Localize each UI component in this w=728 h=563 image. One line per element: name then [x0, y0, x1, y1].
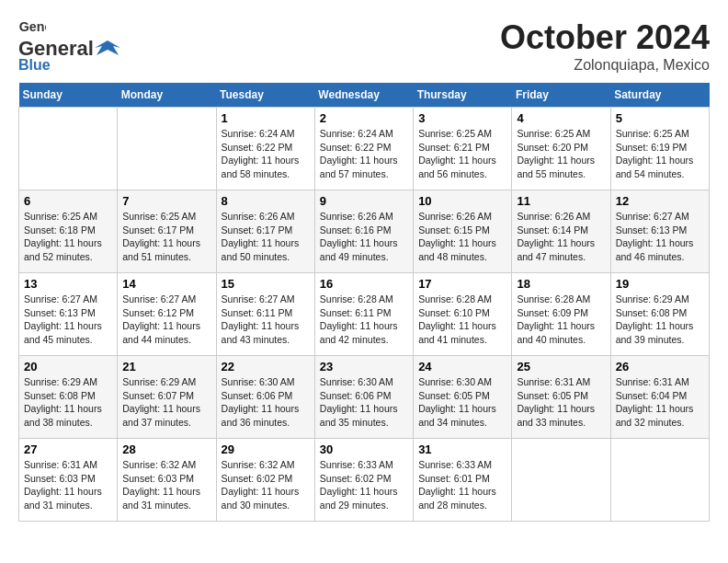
svg-marker-1	[95, 40, 120, 55]
day-number: 6	[24, 194, 112, 208]
calendar-cell: 1Sunrise: 6:24 AM Sunset: 6:22 PM Daylig…	[216, 108, 314, 190]
day-info: Sunrise: 6:30 AM Sunset: 6:06 PM Dayligh…	[320, 375, 408, 430]
day-number: 2	[320, 111, 408, 125]
calendar-cell: 18Sunrise: 6:28 AM Sunset: 6:09 PM Dayli…	[512, 273, 610, 356]
day-number: 28	[122, 442, 210, 456]
col-friday: Friday	[512, 83, 610, 108]
calendar-week-4: 20Sunrise: 6:29 AM Sunset: 6:08 PM Dayli…	[19, 356, 710, 439]
day-info: Sunrise: 6:29 AM Sunset: 6:08 PM Dayligh…	[24, 375, 112, 430]
calendar-cell: 4Sunrise: 6:25 AM Sunset: 6:20 PM Daylig…	[512, 108, 610, 190]
day-info: Sunrise: 6:29 AM Sunset: 6:08 PM Dayligh…	[616, 293, 704, 347]
day-number: 20	[24, 360, 112, 373]
col-monday: Monday	[118, 83, 216, 108]
calendar-cell	[512, 439, 610, 522]
col-wednesday: Wednesday	[314, 83, 413, 108]
calendar-cell: 8Sunrise: 6:26 AM Sunset: 6:17 PM Daylig…	[216, 190, 314, 273]
day-number: 13	[24, 277, 112, 291]
day-number: 1	[222, 111, 310, 125]
col-sunday: Sunday	[19, 83, 118, 108]
day-info: Sunrise: 6:31 AM Sunset: 6:04 PM Dayligh…	[616, 375, 704, 430]
day-number: 17	[418, 277, 506, 291]
day-number: 19	[616, 277, 704, 291]
calendar-cell: 20Sunrise: 6:29 AM Sunset: 6:08 PM Dayli…	[19, 356, 118, 439]
calendar-cell: 14Sunrise: 6:27 AM Sunset: 6:12 PM Dayli…	[118, 273, 216, 356]
col-thursday: Thursday	[414, 83, 512, 108]
day-number: 14	[122, 277, 210, 291]
calendar-cell: 27Sunrise: 6:31 AM Sunset: 6:03 PM Dayli…	[19, 439, 118, 522]
calendar-cell: 6Sunrise: 6:25 AM Sunset: 6:18 PM Daylig…	[19, 190, 118, 273]
day-info: Sunrise: 6:26 AM Sunset: 6:16 PM Dayligh…	[320, 210, 408, 264]
calendar-cell: 9Sunrise: 6:26 AM Sunset: 6:16 PM Daylig…	[314, 190, 413, 273]
logo: General General Blue	[18, 18, 121, 74]
calendar-cell	[118, 108, 216, 190]
header-row: Sunday Monday Tuesday Wednesday Thursday…	[19, 83, 710, 108]
day-number: 18	[517, 277, 605, 291]
calendar-cell: 25Sunrise: 6:31 AM Sunset: 6:05 PM Dayli…	[512, 356, 610, 439]
day-number: 10	[418, 194, 506, 208]
day-info: Sunrise: 6:27 AM Sunset: 6:12 PM Dayligh…	[122, 293, 210, 347]
day-number: 5	[616, 111, 704, 125]
day-number: 12	[616, 194, 704, 208]
day-number: 15	[222, 277, 310, 291]
day-number: 7	[122, 194, 210, 208]
calendar-cell: 10Sunrise: 6:26 AM Sunset: 6:15 PM Dayli…	[414, 190, 512, 273]
day-info: Sunrise: 6:30 AM Sunset: 6:05 PM Dayligh…	[418, 375, 506, 430]
day-info: Sunrise: 6:31 AM Sunset: 6:05 PM Dayligh…	[517, 375, 605, 430]
calendar-cell: 15Sunrise: 6:27 AM Sunset: 6:11 PM Dayli…	[216, 273, 314, 356]
day-info: Sunrise: 6:28 AM Sunset: 6:10 PM Dayligh…	[418, 293, 506, 347]
calendar-cell: 17Sunrise: 6:28 AM Sunset: 6:10 PM Dayli…	[414, 273, 512, 356]
day-number: 25	[517, 360, 605, 373]
col-saturday: Saturday	[610, 83, 709, 108]
calendar-cell: 24Sunrise: 6:30 AM Sunset: 6:05 PM Dayli…	[414, 356, 512, 439]
day-info: Sunrise: 6:27 AM Sunset: 6:11 PM Dayligh…	[222, 293, 310, 347]
calendar-table: Sunday Monday Tuesday Wednesday Thursday…	[18, 83, 710, 522]
location: Zolonquiapa, Mexico	[500, 57, 710, 74]
logo-blue: Blue	[18, 57, 51, 74]
day-info: Sunrise: 6:25 AM Sunset: 6:17 PM Dayligh…	[122, 210, 210, 264]
day-number: 11	[517, 194, 605, 208]
day-number: 4	[517, 111, 605, 125]
calendar-cell	[19, 108, 118, 190]
day-info: Sunrise: 6:33 AM Sunset: 6:02 PM Dayligh…	[320, 458, 408, 512]
calendar-cell: 7Sunrise: 6:25 AM Sunset: 6:17 PM Daylig…	[118, 190, 216, 273]
calendar-week-1: 1Sunrise: 6:24 AM Sunset: 6:22 PM Daylig…	[19, 108, 710, 190]
calendar-cell	[610, 439, 709, 522]
day-info: Sunrise: 6:26 AM Sunset: 6:15 PM Dayligh…	[418, 210, 506, 264]
day-info: Sunrise: 6:25 AM Sunset: 6:21 PM Dayligh…	[418, 127, 506, 181]
day-info: Sunrise: 6:31 AM Sunset: 6:03 PM Dayligh…	[24, 458, 112, 512]
calendar-cell: 21Sunrise: 6:29 AM Sunset: 6:07 PM Dayli…	[118, 356, 216, 439]
calendar-cell: 12Sunrise: 6:27 AM Sunset: 6:13 PM Dayli…	[610, 190, 709, 273]
calendar-cell: 30Sunrise: 6:33 AM Sunset: 6:02 PM Dayli…	[314, 439, 413, 522]
logo-icon: General	[18, 18, 46, 37]
calendar-cell: 5Sunrise: 6:25 AM Sunset: 6:19 PM Daylig…	[610, 108, 709, 190]
day-number: 8	[222, 194, 310, 208]
title-block: October 2024 Zolonquiapa, Mexico	[500, 18, 710, 74]
day-number: 23	[320, 360, 408, 373]
day-info: Sunrise: 6:25 AM Sunset: 6:19 PM Dayligh…	[616, 127, 704, 181]
day-number: 24	[418, 360, 506, 373]
month-title: October 2024	[500, 18, 710, 57]
calendar-cell: 19Sunrise: 6:29 AM Sunset: 6:08 PM Dayli…	[610, 273, 709, 356]
day-info: Sunrise: 6:24 AM Sunset: 6:22 PM Dayligh…	[320, 127, 408, 181]
calendar-week-5: 27Sunrise: 6:31 AM Sunset: 6:03 PM Dayli…	[19, 439, 710, 522]
day-number: 29	[222, 442, 310, 456]
day-info: Sunrise: 6:24 AM Sunset: 6:22 PM Dayligh…	[222, 127, 310, 181]
day-info: Sunrise: 6:25 AM Sunset: 6:18 PM Dayligh…	[24, 210, 112, 264]
day-number: 16	[320, 277, 408, 291]
day-number: 26	[616, 360, 704, 373]
calendar-cell: 11Sunrise: 6:26 AM Sunset: 6:14 PM Dayli…	[512, 190, 610, 273]
day-info: Sunrise: 6:33 AM Sunset: 6:01 PM Dayligh…	[418, 458, 506, 512]
calendar-cell: 23Sunrise: 6:30 AM Sunset: 6:06 PM Dayli…	[314, 356, 413, 439]
logo-bird-icon	[95, 39, 120, 59]
day-number: 3	[418, 111, 506, 125]
calendar-cell: 26Sunrise: 6:31 AM Sunset: 6:04 PM Dayli…	[610, 356, 709, 439]
calendar-week-2: 6Sunrise: 6:25 AM Sunset: 6:18 PM Daylig…	[19, 190, 710, 273]
day-number: 9	[320, 194, 408, 208]
calendar-cell: 31Sunrise: 6:33 AM Sunset: 6:01 PM Dayli…	[414, 439, 512, 522]
day-info: Sunrise: 6:28 AM Sunset: 6:11 PM Dayligh…	[320, 293, 408, 347]
day-info: Sunrise: 6:30 AM Sunset: 6:06 PM Dayligh…	[222, 375, 310, 430]
day-number: 22	[222, 360, 310, 373]
day-number: 30	[320, 442, 408, 456]
calendar-cell: 28Sunrise: 6:32 AM Sunset: 6:03 PM Dayli…	[118, 439, 216, 522]
calendar-cell: 22Sunrise: 6:30 AM Sunset: 6:06 PM Dayli…	[216, 356, 314, 439]
